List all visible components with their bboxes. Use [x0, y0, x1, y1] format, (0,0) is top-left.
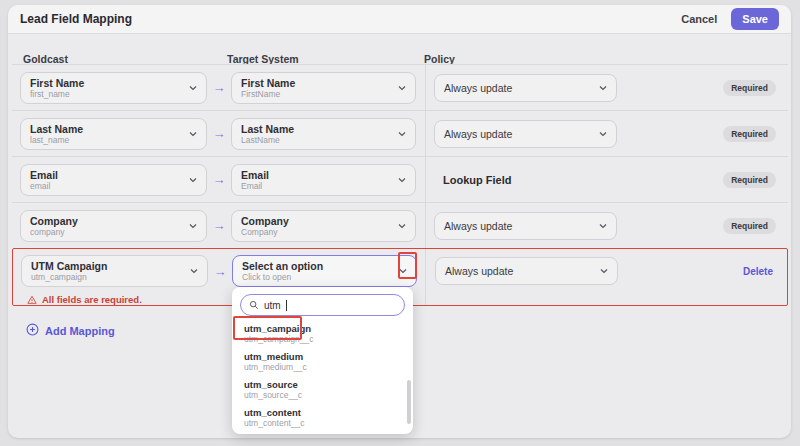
source-field-select[interactable]: Company company [20, 210, 207, 242]
chevron-down-icon [398, 84, 406, 92]
source-field-value: email [30, 181, 58, 191]
required-badge: Required [723, 80, 776, 96]
arrow-right-icon: → [207, 80, 231, 95]
source-field-label: First Name [30, 77, 84, 89]
policy-value: Always update [445, 265, 513, 277]
target-field-label: First Name [241, 77, 295, 89]
target-field-label: Email [241, 169, 269, 181]
source-field-select[interactable]: UTM Campaign utm_campaign [21, 255, 208, 287]
chevron-down-icon [599, 84, 607, 92]
required-badge: Required [723, 218, 776, 234]
validation-error-text: All fields are required. [42, 294, 142, 305]
source-field-select[interactable]: Last Name last_name [20, 118, 207, 150]
policy-select[interactable]: Always update [434, 120, 617, 148]
chevron-down-icon[interactable] [399, 267, 407, 275]
target-field-value: Email [241, 181, 269, 191]
source-field-value: company [30, 227, 78, 237]
target-field-dropdown: utm utm_campaign utm_campaign__c utm_med… [232, 287, 413, 434]
source-field-label: Email [30, 169, 58, 181]
chevron-down-icon [599, 130, 607, 138]
target-field-hint: Click to open [242, 272, 323, 282]
source-field-label: UTM Campaign [31, 260, 107, 272]
policy-lookup-field-label: Lookup Field [443, 174, 511, 186]
policy-select[interactable]: Always update [435, 257, 618, 285]
source-field-value: last_name [30, 135, 83, 145]
arrow-right-icon: → [207, 218, 231, 233]
arrow-right-icon: → [207, 126, 231, 141]
source-field-select[interactable]: First Name first_name [20, 72, 207, 104]
dropdown-search-input[interactable]: utm [240, 294, 405, 316]
page-title: Lead Field Mapping [20, 12, 132, 26]
dropdown-scrollbar[interactable] [407, 380, 411, 424]
warning-triangle-icon [27, 295, 37, 305]
mapping-row-company: Company company → Company Company Always… [12, 202, 788, 248]
arrow-right-icon: → [208, 264, 232, 279]
search-query-text: utm [264, 300, 281, 311]
target-field-select-open[interactable]: Select an option Click to open [232, 255, 417, 287]
target-field-placeholder: Select an option [242, 260, 323, 272]
source-field-value: utm_campaign [31, 272, 107, 282]
add-mapping-button[interactable]: Add Mapping [26, 323, 115, 338]
dropdown-option-utm-term[interactable]: utm_term utm_term__c [232, 432, 413, 434]
source-field-label: Last Name [30, 123, 83, 135]
mapping-row-last-name: Last Name last_name → Last Name LastName… [12, 110, 788, 156]
chevron-down-icon [398, 176, 406, 184]
target-field-value: Company [241, 227, 289, 237]
policy-value: Always update [444, 128, 512, 140]
required-badge: Required [723, 172, 776, 188]
target-field-label: Last Name [241, 123, 294, 135]
source-field-label: Company [30, 215, 78, 227]
mapping-row-first-name: First Name first_name → First Name First… [12, 64, 788, 110]
target-field-select[interactable]: Email Email [231, 164, 416, 196]
target-field-select[interactable]: First Name FirstName [231, 72, 416, 104]
policy-select[interactable]: Always update [434, 74, 617, 102]
dropdown-option-utm-content[interactable]: utm_content utm_content__c [232, 404, 413, 432]
chevron-down-icon [398, 130, 406, 138]
source-field-select[interactable]: Email email [20, 164, 207, 196]
chevron-down-icon [189, 84, 197, 92]
target-field-value: FirstName [241, 89, 295, 99]
chevron-down-icon [600, 267, 608, 275]
mapping-row-email: Email email → Email Email Lookup Field R… [12, 156, 788, 202]
chevron-down-icon [599, 222, 607, 230]
dropdown-option-utm-source[interactable]: utm_source utm_source__c [232, 376, 413, 404]
dropdown-option-utm-medium[interactable]: utm_medium utm_medium__c [232, 348, 413, 376]
target-field-select[interactable]: Company Company [231, 210, 416, 242]
target-field-select[interactable]: Last Name LastName [231, 118, 416, 150]
arrow-right-icon: → [207, 172, 231, 187]
target-field-value: LastName [241, 135, 294, 145]
chevron-down-icon [398, 222, 406, 230]
text-cursor [286, 300, 287, 311]
chevron-down-icon [190, 267, 198, 275]
mapping-table: First Name first_name → First Name First… [12, 64, 788, 306]
modal-header: Lead Field Mapping Cancel Save [8, 5, 791, 34]
add-mapping-label: Add Mapping [45, 325, 115, 337]
chevron-down-icon [189, 130, 197, 138]
plus-circle-icon [26, 323, 39, 338]
source-field-value: first_name [30, 89, 84, 99]
header-actions: Cancel Save [681, 8, 779, 30]
chevron-down-icon [189, 176, 197, 184]
policy-value: Always update [444, 82, 512, 94]
target-field-label: Company [241, 215, 289, 227]
policy-value: Always update [444, 220, 512, 232]
chevron-down-icon [189, 222, 197, 230]
save-button[interactable]: Save [731, 8, 779, 30]
search-icon [249, 296, 259, 314]
dropdown-option-utm-campaign[interactable]: utm_campaign utm_campaign__c [232, 320, 413, 348]
policy-select[interactable]: Always update [434, 212, 617, 240]
required-badge: Required [723, 126, 776, 142]
delete-mapping-button[interactable]: Delete [743, 266, 773, 277]
cancel-button[interactable]: Cancel [681, 13, 717, 25]
